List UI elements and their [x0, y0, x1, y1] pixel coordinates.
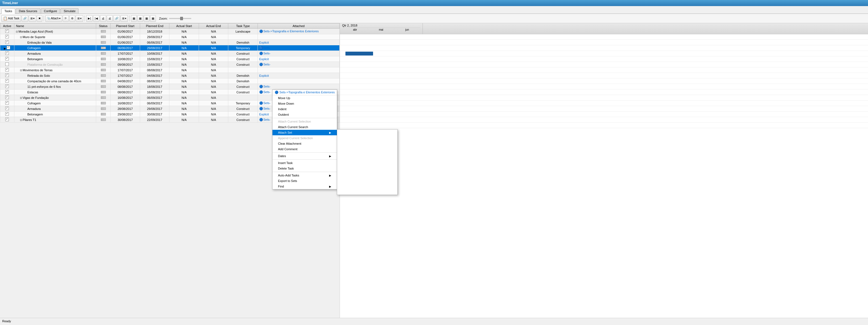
menu-dates[interactable]: Dates ▶	[273, 153, 337, 159]
submenu-item-9[interactable]: Cofragem Muro de Contenção	[337, 179, 397, 185]
cell-name: Betonagem	[14, 111, 96, 117]
zoom-slider[interactable]	[169, 18, 191, 19]
expand-icon[interactable]: ⊟	[20, 119, 22, 122]
table-row[interactable]: Retirada do Solo17/07/201704/08/2017N/AN…	[0, 73, 340, 78]
submenu-item-6[interactable]: Cofragem Cobertura	[337, 163, 397, 168]
submenu-item-4[interactable]: Armadura Vigas de Fundação	[337, 152, 397, 157]
menu-find[interactable]: Find ▶	[273, 184, 337, 189]
table-row[interactable]: ⊟Movimentos de Terras17/07/201708/08/201…	[0, 67, 340, 73]
table-row[interactable]: Entivação da Vala01/06/201706/06/2017N/A…	[0, 40, 340, 45]
gantt-view3-button[interactable]: ▦	[144, 15, 150, 22]
cell-actual-start: N/A	[169, 73, 199, 78]
table-row[interactable]: Compactação de uma camada de 40cm04/08/2…	[0, 78, 340, 84]
row-checkbox[interactable]	[5, 68, 9, 71]
menu-move-down[interactable]: Move Down	[273, 101, 337, 106]
zoom-area: Zoom:	[159, 17, 191, 20]
row-checkbox[interactable]	[5, 79, 9, 83]
submenu-item-8[interactable]: Cofragem Escada Piso 0	[337, 174, 397, 179]
task-options-button[interactable]: 🔗	[22, 15, 28, 22]
tab-tasks[interactable]: Tasks	[1, 8, 15, 14]
table-row[interactable]: Armadura17/07/201710/08/2017N/AN/AConstr…	[0, 51, 340, 56]
expand-icon[interactable]: ⊟	[20, 36, 22, 39]
row-checkbox[interactable]	[5, 85, 9, 88]
row-checkbox[interactable]	[5, 101, 9, 105]
expand-icon[interactable]: ⊟	[20, 96, 22, 99]
menu-export-to-sets[interactable]: Export to Sets	[273, 178, 337, 184]
menu-insert-task[interactable]: Insert Task	[273, 160, 337, 166]
table-row[interactable]: Plataforma de Construção09/08/201715/08/…	[0, 62, 340, 67]
menu-auto-add-tasks[interactable]: Auto-Add Tasks ▶	[273, 172, 337, 178]
link-icon: 🔗	[115, 17, 118, 20]
cell-actual-end: N/A	[199, 62, 228, 67]
row-checkbox[interactable]	[5, 90, 9, 94]
submenu-item-7[interactable]: Cofragem Escada Piso -1	[337, 168, 397, 174]
table-row[interactable]: 11 pré-esforços de 6 fios08/08/201718/08…	[0, 84, 340, 90]
cell-attached: Explicit	[257, 73, 339, 78]
tab-configure[interactable]: Configure	[41, 8, 60, 13]
options-btn2[interactable]: ⊞▾	[76, 15, 83, 22]
submenu-item-2[interactable]: Armadura Piso 0	[337, 140, 397, 146]
print2-button[interactable]: 🖨	[107, 15, 113, 22]
expand-icon[interactable]: ⊟	[20, 69, 22, 72]
tab-data-sources[interactable]: Data Sources	[16, 8, 40, 13]
gantt-view4-button[interactable]: ▦	[150, 15, 156, 22]
row-checkbox[interactable]	[5, 118, 9, 121]
gantt-icon3: ▦	[145, 17, 148, 20]
row-checkbox[interactable]	[5, 35, 9, 38]
attach-button[interactable]: 📎 Attach▾	[45, 15, 62, 22]
expand-icon[interactable]: ⊟	[16, 30, 18, 33]
outdent-button[interactable]: |◀	[93, 15, 99, 22]
row-checkbox[interactable]	[5, 73, 9, 77]
table-row[interactable]: Betonagem10/08/201715/08/2017N/AN/AConst…	[0, 56, 340, 62]
submenu-item-5[interactable]: Cabos Pré-Esforçados	[337, 157, 397, 163]
menu-outdent[interactable]: Outdent	[273, 112, 337, 117]
grid-button[interactable]: ⊞▾	[29, 15, 36, 22]
cell-name: ⊟Muro de Suporte	[14, 34, 96, 40]
tab-simulate[interactable]: Simulate	[61, 8, 79, 13]
menu-move-up[interactable]: Move Up	[273, 95, 337, 101]
submenu-item-1[interactable]: Armadura Piso -1	[337, 135, 397, 140]
zoom-slider-thumb[interactable]	[180, 17, 183, 20]
submenu-item-10[interactable]: Cofragem Pilares Piso -1	[337, 185, 397, 190]
print-button[interactable]: 🖨	[100, 15, 106, 22]
gantt-view2-button[interactable]: ▦	[137, 15, 143, 22]
cell-planned-end: 29/08/2017	[140, 45, 169, 51]
flag-button[interactable]: 🏳	[63, 15, 69, 22]
row-checkbox[interactable]	[5, 62, 9, 66]
table-row[interactable]: ⊟Moradia Lago Azul (Root)01/06/201718/12…	[0, 29, 340, 34]
add-task-button[interactable]: 📋 Add Task	[1, 15, 21, 22]
menu-indent[interactable]: Indent	[273, 106, 337, 112]
settings-button[interactable]: ⚙	[69, 15, 75, 22]
row-checkbox[interactable]	[7, 46, 10, 50]
row-checkbox[interactable]	[5, 51, 9, 55]
row-checkbox[interactable]	[5, 112, 9, 116]
menu-attach-set[interactable]: Attach Set ▶ Armadura Pilares T1 Armadur…	[273, 130, 337, 135]
cell-name: ⊟Movimentos de Terras	[14, 67, 96, 73]
row-checkbox[interactable]	[5, 29, 9, 33]
cell-planned-start: 10/08/2017	[111, 56, 140, 62]
cell-status	[96, 34, 110, 40]
table-row[interactable]: ⊟Muro de Suporte01/06/201729/08/2017N/AN…	[0, 34, 340, 40]
delete-button[interactable]: ✖	[37, 15, 42, 22]
view-button[interactable]: ⊞▾	[121, 15, 128, 22]
row-checkbox[interactable]	[5, 106, 9, 110]
menu-attach-current-search[interactable]: Attach Current Search	[273, 124, 337, 130]
submenu-item-0[interactable]: Armadura Pilares T1	[337, 130, 397, 135]
menu-clear-attachment[interactable]: Clear Attachment	[273, 141, 337, 147]
indent-button[interactable]: ▶|	[86, 15, 93, 22]
menu-add-comment[interactable]: Add Comment	[273, 147, 337, 152]
cell-task-type	[228, 95, 258, 100]
grid-icon: ⊞	[30, 17, 33, 20]
cell-active	[0, 29, 14, 34]
row-checkbox[interactable]	[5, 57, 9, 61]
link-button[interactable]: 🔗	[113, 15, 120, 22]
gantt-view-button[interactable]: ▦	[131, 15, 137, 22]
submenu-item-3[interactable]: Armadura Piso T1	[337, 146, 397, 152]
table-row[interactable]: ▶Cofragem06/06/201729/08/2017N/AN/ATempo…	[0, 45, 340, 51]
row-checkbox[interactable]	[5, 40, 9, 44]
menu-delete-task[interactable]: Delete Task	[273, 166, 337, 171]
cell-attached	[257, 34, 339, 40]
gantt-row	[340, 34, 868, 40]
main-content: Active Name Status Planned Start Planned…	[0, 23, 868, 318]
row-checkbox[interactable]	[5, 96, 9, 99]
